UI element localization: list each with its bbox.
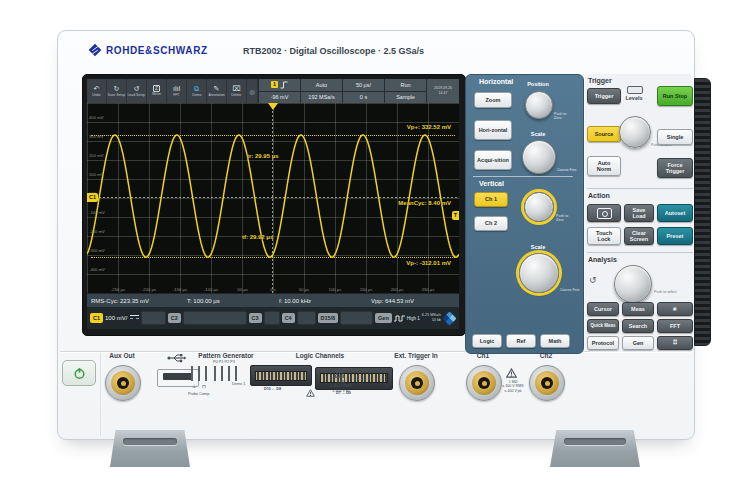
run-stop-button[interactable]: Run Stop (657, 86, 693, 106)
ch2-connector[interactable] (529, 365, 565, 401)
clear-screen-button[interactable]: Clear Screen (624, 227, 654, 245)
x-axis-label: 250 μs (422, 287, 435, 292)
search-button[interactable]: Search (622, 319, 654, 333)
y-axis-label: 400 mV (89, 115, 103, 120)
channel-c4-badge[interactable]: C4 (282, 313, 295, 323)
vertical-section-title: Vertical (479, 180, 504, 187)
vertical-position-knob[interactable] (524, 192, 554, 222)
channel-c1-badge[interactable]: C1 (90, 313, 103, 323)
force-trigger-button[interactable]: Force Trigger (657, 158, 693, 178)
ch2-warning-text: 1 MΩ≤ 300 V RMS≤ 400 V pk (502, 380, 523, 393)
ch1-connector[interactable] (466, 365, 502, 401)
channel-c1-scale[interactable]: 100 mV/ (105, 315, 139, 321)
zoom-button[interactable]: Zoom (474, 92, 512, 108)
generator-status-text: High 1 (407, 316, 420, 321)
toolbar-annotation-button[interactable]: ✎Annotation (207, 79, 227, 103)
fft-button[interactable]: FFT (657, 319, 693, 333)
single-button[interactable]: Single (657, 129, 693, 145)
autoset-button[interactable]: Autoset (657, 204, 693, 222)
channel-c2-badge[interactable]: C2 (168, 313, 181, 323)
horizontal-position-knob[interactable] (525, 91, 553, 119)
auto-norm-button[interactable]: Auto Norm (587, 156, 621, 176)
x-axis-label: 100 μs (329, 287, 342, 292)
power-button[interactable] (62, 360, 96, 386)
y-axis-label: -100 mV (89, 210, 105, 215)
toolbar-fft-button[interactable]: ılılFFT (167, 79, 187, 103)
vp-plus-cursor-line (91, 135, 455, 136)
y-axis-label: -300 mV (89, 248, 105, 253)
side-vent (694, 78, 711, 346)
logic-pod-badge[interactable]: D15/8 (318, 313, 339, 323)
pattern-generator-pins[interactable] (214, 366, 241, 381)
status-trigger-mode[interactable]: Auto 192 MSa/s (300, 79, 342, 103)
tr极igger-level-marker[interactable]: T (452, 211, 459, 220)
trigger-position-marker[interactable] (268, 103, 278, 110)
apps-grid-icon: ⠿ (672, 339, 677, 347)
acquisition-button[interactable]: Acqui-sition (474, 150, 512, 170)
screenshot-button[interactable] (587, 204, 621, 222)
aux-out-connector[interactable] (105, 365, 141, 401)
toolbar-item-label: Load Setup (128, 93, 145, 97)
x-axis-label: -150 μs (173, 287, 187, 292)
horizontal-position-value: 0 s (343, 92, 384, 104)
oscilloscope-display[interactable]: ↶Undo↻Save Setup↺Load SetupZMeterılılFFT… (87, 79, 459, 329)
toolbar-meter-button[interactable]: ZMeter (147, 79, 167, 103)
toolbar-load-setup-button[interactable]: ↺Load Setup (127, 79, 147, 103)
trigger-section-title: Trigger (588, 77, 612, 84)
protocol-button[interactable]: Protocol (587, 336, 619, 350)
navigation-arrow-icon: ↺ (589, 275, 597, 285)
gen-button[interactable]: Gen (622, 336, 654, 350)
undo-icon: ↶ (94, 85, 100, 93)
trigger-level-knob[interactable] (619, 116, 651, 148)
vertical-scale-knob[interactable] (519, 253, 559, 293)
quick-meas-button[interactable]: Quick Meas (587, 319, 619, 333)
navigation-knob[interactable] (614, 265, 652, 303)
channel2-button[interactable]: Ch 2 (474, 216, 508, 231)
cursor-button[interactable]: Cursor (587, 302, 619, 316)
intensity-button[interactable]: ☀ (657, 302, 693, 316)
toolbar-item-label: Demo (192, 93, 201, 97)
logic-pod-connector-d7-d0[interactable] (315, 367, 393, 390)
y-axis-label: 300 mV (89, 134, 103, 139)
channel-c3-badge[interactable]: C3 (249, 313, 262, 323)
toolbar-demo-button[interactable]: ⧉Demo (187, 79, 207, 103)
preset-button[interactable]: Preset (657, 227, 693, 245)
ch2-warning-icon (506, 368, 517, 378)
probe-comp-pins[interactable] (191, 366, 207, 381)
y-axis-label: -400 mV (89, 267, 105, 272)
ch2-label: Ch2 (540, 352, 552, 359)
channel1-offset-marker[interactable]: C1 (87, 193, 98, 202)
toolbar-undo-button[interactable]: ↶Undo (87, 79, 107, 103)
rohde-schwarz-logo-icon (88, 43, 102, 57)
horizontal-scale-knob[interactable] (522, 140, 556, 174)
status-acquisition[interactable]: Run Sample (384, 79, 426, 103)
status-trigger-source[interactable]: 1 -96 mV (258, 79, 300, 103)
channel1-button[interactable]: Ch 1 (474, 192, 508, 207)
trigger-button[interactable]: Trigger (587, 88, 621, 104)
sample-rate-value: 192 MSa/s (301, 92, 342, 104)
settings-icon[interactable]: ◎ (247, 79, 258, 103)
generator-badge[interactable]: Gen (375, 313, 392, 323)
trigger-slope-icon (280, 81, 288, 89)
status-timebase[interactable]: 50 μs/ 0 s (342, 79, 384, 103)
touch-lock-button[interactable]: Touch Lock (587, 227, 621, 245)
ext-trigger-warning-text: 1 MΩ≤ 300 V RMS≤ 400 V pk (330, 380, 351, 393)
ref-button[interactable]: Ref (506, 334, 536, 348)
toolbar-item-label: Delete (232, 93, 242, 97)
toolbar-item-label: Meter (152, 92, 161, 96)
waveform-graticule[interactable]: 400 mV300 mV200 mV100 mV0 V-100 mV-200 m… (87, 103, 459, 293)
ext-trigger-connector[interactable] (399, 365, 435, 401)
y-axis-label: 100 mV (89, 172, 103, 177)
logic-pod-connector-d15-d8[interactable] (250, 365, 312, 386)
logic-button[interactable]: Logic (472, 334, 502, 348)
horizontal-button[interactable]: Hori-zontal (474, 120, 512, 140)
rs-menu-icon[interactable] (442, 311, 456, 325)
meas-button[interactable]: Meas (622, 302, 654, 316)
apps-button[interactable]: ⠿ (657, 336, 693, 350)
math-button[interactable]: Math (540, 334, 570, 348)
toolbar-delete-button[interactable]: ⌧Delete (227, 79, 247, 103)
x-axis-label: -250 μs (111, 287, 125, 292)
save-load-button[interactable]: Save Load (624, 204, 654, 222)
trigger-source-button[interactable]: Source (587, 126, 621, 142)
toolbar-save-setup-button[interactable]: ↻Save Setup (107, 79, 127, 103)
